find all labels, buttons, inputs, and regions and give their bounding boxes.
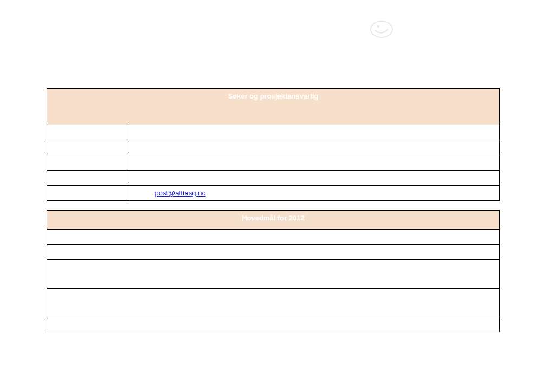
table-row: Telefon 78 45 54 20: [47, 171, 500, 186]
applicant-header: Søker og prosjektansvarlig: [47, 89, 500, 125]
goals-header: Hovedmål for 2012: [47, 211, 500, 230]
date-value: 24.01.13: [66, 45, 93, 53]
goal-cell: Ta i bruk aktivitetsplaner for brukere m…: [47, 289, 500, 317]
to-value: Utviklingssenter for sykehjemstjenester …: [57, 29, 201, 37]
row-value: Epost: post@alttasg.no: [127, 186, 500, 201]
row-label: Adresse: [47, 140, 127, 155]
from-label: Fra:: [47, 53, 59, 61]
copy-label: Kopi:: [47, 37, 63, 45]
table-row: Arrangere fagdag for personell som jobbe…: [47, 230, 500, 245]
row-value: Alta kommune: [127, 125, 500, 140]
date-label: Dato:: [47, 45, 63, 53]
table-row: Navn Alta kommune: [47, 125, 500, 140]
case-value: Rapport fra prosjekt Nettverk demens Alt…: [63, 61, 193, 69]
table-row: Adresse Postboks 1383: [47, 140, 500, 155]
table-row: Poststed 9506 Alta: [47, 155, 500, 171]
row-value: 9506 Alta: [127, 155, 500, 171]
email-link[interactable]: post@alttasg.no: [154, 189, 205, 197]
table-row: Videreutvikle fleksibel avlastning - båd…: [47, 260, 500, 289]
to-label: Til:: [47, 29, 56, 37]
row-label: E-post: [47, 186, 127, 201]
table-row: Sørge for å få på plass demenskontakter …: [47, 245, 500, 260]
table-row: Ta i bruk aktivitetsplaner for brukere m…: [47, 289, 500, 317]
goal-cell: Arrangere fagdag for personell som jobbe…: [47, 230, 500, 245]
row-label: Navn: [47, 125, 127, 140]
row-label: Poststed: [47, 155, 127, 171]
row-value: Postboks 1383: [127, 140, 500, 155]
goal-cell: Sørge for å få på plass demenskontakter …: [47, 245, 500, 260]
doc-header: Rapport – sluttrapport Til: Utviklingsse…: [47, 11, 500, 69]
row-value: 78 45 54 20: [127, 171, 500, 186]
email-prefix: Epost:: [133, 189, 154, 197]
row-label: Telefon: [47, 171, 127, 186]
table-row: E-post Epost: post@alttasg.no: [47, 186, 500, 201]
doc-title: Rapport – sluttrapport: [47, 11, 500, 23]
applicant-table: Søker og prosjektansvarlig Navn Alta kom…: [47, 88, 500, 201]
goal-cell: Videreutvikle avlastningsalternativer i …: [47, 317, 500, 332]
from-value: Alta kommune, helse og sosialtjenesten, …: [61, 53, 255, 61]
table-row: Videreutvikle avlastningsalternativer i …: [47, 317, 500, 332]
case-label: Sak:: [47, 61, 61, 69]
goal-cell: Videreutvikle fleksibel avlastning - båd…: [47, 260, 500, 289]
goals-table: Hovedmål for 2012 Arrangere fagdag for p…: [47, 210, 500, 332]
